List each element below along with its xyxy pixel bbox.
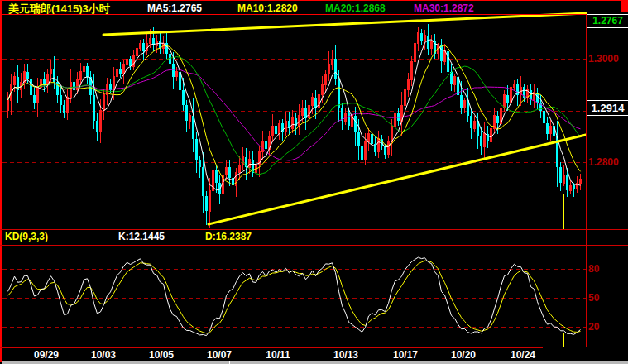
candle-down <box>543 111 545 124</box>
kd-tick-label: 20 <box>588 321 628 333</box>
x-axis-label: 10/20 <box>440 349 487 361</box>
candle-down <box>86 66 89 77</box>
candle-down <box>26 72 29 79</box>
candle-down <box>142 43 145 50</box>
candle-down <box>427 36 429 49</box>
candle-down <box>447 51 449 72</box>
candle-down <box>185 105 188 121</box>
candle-down <box>182 90 185 106</box>
candle-down <box>546 123 549 134</box>
candle-down <box>202 167 204 195</box>
candle-down <box>93 95 95 121</box>
axis-price-box: 1.2914 <box>587 100 628 116</box>
candle-down <box>30 79 32 95</box>
candle-down <box>357 132 360 147</box>
candle-down <box>205 196 208 212</box>
candle-down <box>496 116 499 123</box>
candle-down <box>397 113 400 121</box>
bottom-strip-tick <box>229 361 230 364</box>
candle-down <box>371 134 373 145</box>
candle-down <box>228 167 231 178</box>
k-value-label: K:12.1445 <box>118 231 165 242</box>
candle-down <box>384 146 386 154</box>
x-axis-label: 10/11 <box>255 349 301 361</box>
window-left-border <box>0 0 2 362</box>
x-axis-label: 10/03 <box>80 349 127 361</box>
price-tick-label: 1.2800 <box>588 156 628 168</box>
candle-down <box>420 33 423 41</box>
candle-down <box>96 121 98 132</box>
candle-down <box>195 139 198 160</box>
candle-down <box>480 136 482 147</box>
candle-down <box>361 146 363 160</box>
candle-down <box>334 59 337 79</box>
candle-down <box>275 126 277 133</box>
candle-down <box>165 43 168 54</box>
candle-down <box>119 69 122 74</box>
candle-down <box>265 141 267 149</box>
x-axis-label: 10/07 <box>196 349 242 361</box>
candle-down <box>172 64 175 77</box>
chart-canvas[interactable] <box>0 0 628 364</box>
app-window: { "header": { "title": "美元瑞郎(1415)3小时", … <box>0 0 628 364</box>
x-axis-label: 10/13 <box>323 349 369 361</box>
candle-down <box>215 170 218 183</box>
d-value-label: D:16.2387 <box>205 231 252 242</box>
window-corner-box <box>621 0 628 12</box>
candle-down <box>470 116 472 129</box>
candle-down <box>199 160 201 167</box>
candle-down <box>338 79 340 108</box>
candle-down <box>43 79 46 84</box>
candle-down <box>348 113 350 127</box>
candle-down <box>566 175 568 191</box>
d-line <box>8 261 581 333</box>
trendline-upper-resistance[interactable] <box>103 13 586 35</box>
kd-tick-label: 80 <box>588 263 628 275</box>
candle-down <box>53 69 55 83</box>
candle-down <box>33 95 36 103</box>
candle-down <box>559 167 562 183</box>
x-axis-label: 10/24 <box>500 349 546 361</box>
candle-down <box>63 105 65 113</box>
kd-tick-label: 50 <box>588 292 628 304</box>
candle-down <box>460 95 463 108</box>
kd-params-label: KD(9,3,3) <box>5 231 48 242</box>
candle-down <box>506 95 509 103</box>
candle-down <box>573 185 575 189</box>
kd-indicator-header: KD(9,3,3) K:12.1445 D:16.2387 <box>0 231 579 244</box>
candle-down <box>60 95 62 106</box>
x-axis-label: 10/05 <box>138 349 185 361</box>
x-axis-label: 09/29 <box>23 349 70 361</box>
bottom-strip-tick <box>98 361 98 364</box>
bottom-strip-tick <box>367 361 367 364</box>
x-axis-label: 10/17 <box>382 349 429 361</box>
price-tick-label: 1.3000 <box>588 53 628 65</box>
latest-price-label: 1.2767 <box>587 14 628 28</box>
window-bottom-border <box>2 361 628 364</box>
